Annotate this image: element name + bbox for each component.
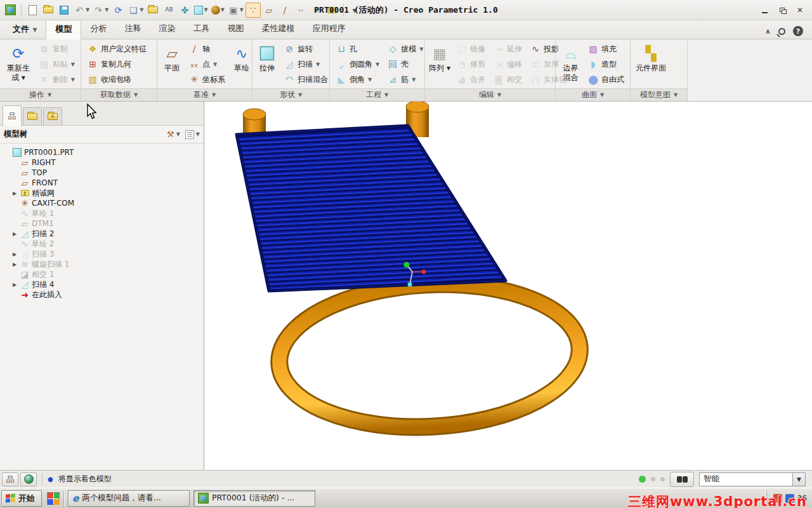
toggle-browser-button[interactable] <box>20 472 37 486</box>
rename-icon[interactable]: AB <box>161 3 176 18</box>
help-icon[interactable]: ? <box>793 26 803 36</box>
expand-arrow-icon[interactable]: ▶ <box>11 262 18 267</box>
tab-渲染[interactable]: 渲染 <box>150 20 184 39</box>
component-interface-button[interactable]: ▚元件界面 <box>633 41 669 75</box>
spin-center-icon[interactable]: ∵ <box>246 3 261 18</box>
plane-display-icon[interactable]: ▱ <box>261 3 277 18</box>
toggle-navigator-button[interactable]: 品 <box>2 472 18 486</box>
tree-settings-button[interactable]: ⚒▼ <box>167 130 180 139</box>
expand-arrow-icon[interactable]: ▶ <box>11 190 18 196</box>
paste-button[interactable]: ▤粘贴▼ <box>36 57 78 72</box>
search-icon[interactable] <box>778 28 785 35</box>
revolve-button[interactable]: ⊘旋转 <box>280 41 331 57</box>
minimize-ribbon-icon[interactable]: ∧ <box>765 27 771 36</box>
tab-file[interactable]: 文件 ▼ <box>4 20 46 39</box>
tree-item-扫描 2[interactable]: ▶◿扫描 2 <box>4 229 204 239</box>
restore-button[interactable] <box>778 6 787 14</box>
find-button[interactable] <box>670 472 694 487</box>
tree-item-草绘 2[interactable]: ∿草绘 2 <box>4 239 204 249</box>
copy-button[interactable]: ⧉复制 <box>36 41 78 57</box>
task-button[interactable]: PRT0001 (活动的) - ... <box>193 490 315 507</box>
close-window-icon[interactable] <box>145 3 160 18</box>
swept-blend-button[interactable]: ◠扫描混合 <box>280 72 331 87</box>
expand-arrow-icon[interactable]: ▶ <box>11 282 18 288</box>
offset-button[interactable]: ⇲偏移 <box>490 57 525 72</box>
tab-favorites[interactable]: ✳ <box>43 107 62 125</box>
group-label-曲面[interactable]: 曲面▼ <box>556 88 630 101</box>
tree-item-精诚网[interactable]: ▶z精诚网 <box>4 188 204 198</box>
tree-item-螺旋扫描 1[interactable]: ▶≋螺旋扫描 1 <box>4 259 204 269</box>
tab-注释[interactable]: 注释 <box>115 20 150 39</box>
tree-item-FRONT[interactable]: ▱FRONT <box>4 178 204 188</box>
tree-item-在此插入[interactable]: ➜在此插入 <box>4 290 204 300</box>
regenerate-icon[interactable]: ⟳ <box>110 3 126 18</box>
tree-item-PRT0001.PRT[interactable]: PRT0001.PRT <box>4 147 204 157</box>
tree-item-RIGHT[interactable]: ▱RIGHT <box>4 157 204 168</box>
group-label-操作[interactable]: 操作▼ <box>0 88 81 101</box>
task-button[interactable]: e两个模型问题，请看... <box>68 490 190 507</box>
trim-button[interactable]: ◔修剪 <box>453 57 488 72</box>
axis-display-icon[interactable]: ∕ <box>277 3 292 18</box>
graphics-viewport[interactable] <box>205 102 812 470</box>
csys-display-icon[interactable]: ✳ <box>309 3 324 18</box>
datum-csys-button[interactable]: ✳坐标系 <box>185 72 228 87</box>
draft-button[interactable]: ◇拔模▼ <box>384 41 426 57</box>
tab-folder-browser[interactable] <box>23 107 42 125</box>
tree-item-草绘 1[interactable]: ∿草绘 1 <box>4 208 204 218</box>
mirror-button[interactable]: ◫镜像 <box>453 41 488 57</box>
chamfer-button[interactable]: ◣倒角▼ <box>332 72 383 87</box>
selection-filter[interactable]: 智能 <box>699 472 793 486</box>
extrude-button[interactable]: 拉伸 <box>255 41 279 75</box>
copy-geometry-button[interactable]: ⊞复制几何 <box>84 57 150 72</box>
tree-item-CAXIT-COM[interactable]: ✳CAXIT-COM <box>4 198 204 208</box>
tab-视图[interactable]: 视图 <box>218 20 252 39</box>
display-style-icon[interactable]: ▼ <box>193 3 209 18</box>
datum-plane-button[interactable]: ▱平面 <box>160 41 184 75</box>
datum-point-button[interactable]: ₓₓ点▼ <box>185 57 228 72</box>
fill-button[interactable]: ▨填充 <box>584 41 627 57</box>
tree-item-TOP[interactable]: ▱TOP <box>4 168 204 178</box>
close-button[interactable]: ✕ <box>796 6 804 14</box>
view-manager-icon[interactable]: ▣▼ <box>226 3 245 18</box>
rib-button[interactable]: ⊿筋▼ <box>384 72 426 87</box>
tab-分析[interactable]: 分析 <box>81 20 115 39</box>
datum-axis-button[interactable]: ∕轴 <box>185 41 228 57</box>
intersect-button[interactable]: ◙相交 <box>490 72 525 87</box>
repaint-icon[interactable]: ✤ <box>177 3 192 18</box>
new-file-icon[interactable] <box>25 3 40 18</box>
open-icon[interactable] <box>41 3 56 18</box>
pattern-button[interactable]: ▦阵列 ▾ <box>428 41 452 75</box>
annotation-display-icon[interactable]: z <box>325 3 340 18</box>
boundary-blend-button[interactable]: ⌓边界混合 <box>558 41 583 84</box>
group-label-获取数据[interactable]: 获取数据▼ <box>81 88 157 101</box>
windows-icon[interactable]: ❏▼ <box>126 3 145 18</box>
group-label-形状[interactable]: 形状▼ <box>252 88 329 101</box>
toolbar-customize-icon[interactable]: ▾ <box>347 3 362 18</box>
group-label-工程[interactable]: 工程▼ <box>330 88 424 101</box>
merge-button[interactable]: ◕合并 <box>453 72 488 87</box>
style-button[interactable]: ◗造型 <box>584 57 627 72</box>
tree-filters-button[interactable]: ▼ <box>185 130 200 139</box>
appearance-icon[interactable]: ▼ <box>210 3 226 18</box>
creo-app-icon[interactable] <box>3 3 18 18</box>
shrinkwrap-button[interactable]: ▧收缩包络 <box>84 72 150 87</box>
group-label-模型意图[interactable]: 模型意图▼ <box>631 88 687 101</box>
tab-模型[interactable]: 模型 <box>46 20 81 39</box>
tab-工具[interactable]: 工具 <box>184 20 218 39</box>
tree-item-相交 1[interactable]: ◪相交 1 <box>4 269 204 279</box>
tab-应用程序[interactable]: 应用程序 <box>303 20 354 39</box>
regenerate-button[interactable]: ⟳重新生成 ▾ <box>3 41 34 84</box>
extend-button[interactable]: ⇥延伸 <box>490 41 525 57</box>
freestyle-button[interactable]: ⬤自由式 <box>584 72 627 87</box>
sketch-button[interactable]: ∿草绘 <box>230 41 254 75</box>
expand-arrow-icon[interactable]: ▶ <box>11 251 18 257</box>
tab-model-tree[interactable]: 品 <box>3 105 22 126</box>
tree-item-扫描 4[interactable]: ▶◿扫描 4 <box>4 279 204 290</box>
tab-柔性建模[interactable]: 柔性建模 <box>252 20 303 39</box>
start-button[interactable]: 开始 <box>1 490 42 507</box>
selection-filter-dropdown[interactable]: ▼ <box>793 472 806 486</box>
minimize-button[interactable] <box>760 6 769 14</box>
udf-button[interactable]: ❖用户定义特征 <box>84 41 150 57</box>
undo-icon[interactable]: ↶▼ <box>72 3 91 18</box>
tree-item-扫描 3[interactable]: ▶◿扫描 3 <box>4 249 204 259</box>
